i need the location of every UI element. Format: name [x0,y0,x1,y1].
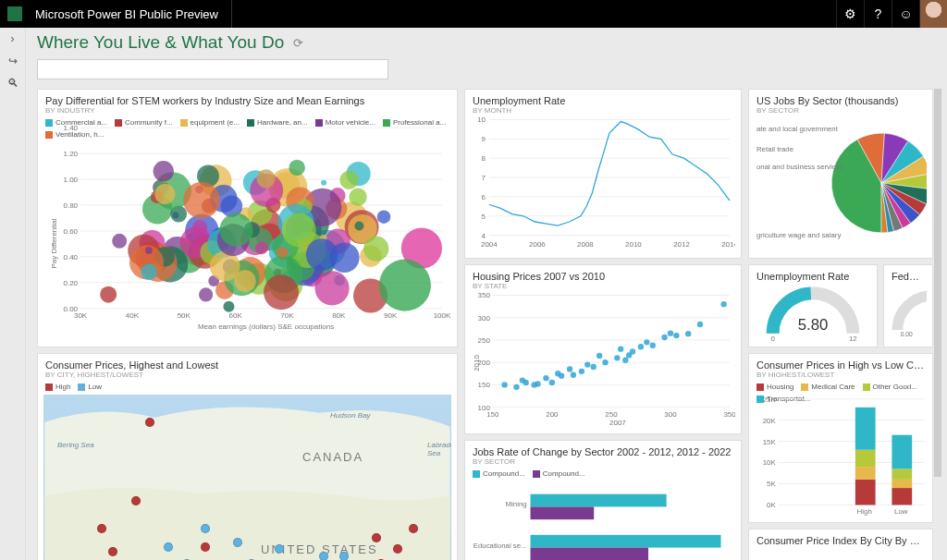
tile-title: Unemployment Rate [465,90,741,106]
svg-text:90K: 90K [384,311,398,320]
tile-pay-differential[interactable]: Pay Differential for STEM workers by Ind… [37,89,458,347]
svg-text:200: 200 [546,410,559,419]
svg-point-198 [602,359,608,365]
bar-chart: Mining Educational se... [471,480,735,560]
tile-housing-prices[interactable]: Housing Prices 2007 vs 2010 BY STATE 100… [464,264,742,434]
svg-text:2008: 2008 [577,240,594,249]
svg-point-211 [697,322,703,327]
gauge-value: 5.80 [798,316,829,334]
line-chart: 45678910 200420062008201020122014 [471,114,735,252]
nav-back-button[interactable]: ↪ [0,50,25,72]
smile-icon: ☺ [899,6,912,21]
legend-item: Housing [756,383,793,391]
settings-button[interactable]: ⚙ [836,0,864,28]
svg-point-132 [183,182,220,219]
dashboard-scrollbar[interactable] [934,89,941,560]
tile-us-jobs-by-sector[interactable]: US Jobs By Sector (thousands) BY SECTOR … [748,89,933,259]
svg-rect-236 [855,480,876,505]
svg-point-139 [379,260,431,311]
svg-point-188 [543,375,548,381]
tile-title: Consumer Price Index By City By Catagory [749,530,932,546]
tile-jobs-rate-change[interactable]: Jobs Rate of Change by Sector 2002 - 201… [464,440,742,560]
svg-text:50K: 50K [178,311,191,320]
svg-point-210 [685,331,691,336]
refresh-button[interactable]: ⟳ [293,36,303,50]
svg-point-201 [622,358,628,363]
svg-text:2010: 2010 [473,355,481,371]
legend-item: Low [78,383,102,391]
svg-rect-239 [855,408,876,450]
svg-text:2006: 2006 [529,240,546,249]
svg-text:2004: 2004 [481,240,498,249]
svg-point-106 [321,180,326,186]
legend-item: High [45,383,70,391]
search-icon: 🔍︎ [7,77,18,90]
svg-point-203 [630,348,635,354]
qa-search-input[interactable] [37,59,388,79]
tile-title: US Jobs By Sector (thousands) [749,90,932,106]
svg-point-140 [223,301,234,312]
svg-text:Mean earnings (dollars) S&E oc: Mean earnings (dollars) S&E occupations [198,323,334,331]
svg-text:250: 250 [478,336,491,345]
tile-cpi-high-low[interactable]: Consumer Prices in High vs Low Cities BY… [748,353,933,523]
svg-text:0.20: 0.20 [64,279,79,287]
page: Where You Live & What You Do ⟳ Pay Diffe… [26,28,947,560]
svg-text:100K: 100K [434,311,451,320]
tile-unemployment-gauge[interactable]: Unemployment Rate 5.80 0 12 [748,264,878,347]
svg-point-110 [199,287,213,301]
help-icon: ? [875,6,882,21]
svg-point-128 [154,184,175,204]
svg-text:40K: 40K [126,311,140,320]
svg-point-136 [100,286,117,303]
map-point-low [339,552,349,560]
svg-text:2014: 2014 [721,240,735,249]
svg-point-191 [559,373,564,379]
svg-point-195 [584,361,590,367]
svg-text:Mining: Mining [506,500,527,508]
svg-point-187 [535,381,540,386]
svg-point-192 [567,366,572,371]
nav-search-button[interactable]: 🔍︎ [0,72,25,94]
svg-point-120 [154,161,174,181]
scrollbar-thumb[interactable] [934,89,941,477]
svg-text:80K: 80K [332,311,346,320]
svg-rect-222 [531,535,721,548]
feedback-button[interactable]: ☺ [892,0,919,28]
legend-item: Other Good... [863,383,917,391]
tile-federal-funds[interactable]: Federal Fu 0.00 [883,264,933,347]
tile-cpi-by-city[interactable]: Consumer Price Index By City By Catagory [748,529,933,560]
legend-item: Medical Care [801,383,855,391]
svg-text:0.80: 0.80 [64,201,79,210]
svg-rect-241 [892,480,912,488]
legend: Compound...Compound... [465,469,741,478]
nav-expand-button[interactable]: › [0,28,25,50]
tile-title: Federal Fu [884,265,932,282]
svg-text:25K: 25K [763,396,777,404]
map-point-low [164,542,173,552]
user-avatar[interactable] [919,0,947,28]
tile-title: Pay Differential for STEM workers by Ind… [38,90,457,106]
tile-consumer-prices-map[interactable]: Consumer Prices, Highest and Lowest BY C… [37,353,458,560]
legend-item: Compound... [473,469,525,478]
svg-text:8: 8 [481,154,486,163]
svg-point-116 [141,263,157,280]
map-label: CANADA [302,450,363,464]
tile-unemployment-rate[interactable]: Unemployment Rate BY MONTH 45678910 2004… [464,89,742,259]
svg-text:150: 150 [478,381,491,389]
map: CANADAUNITED STATESBering SeaHudson BayL… [43,395,451,560]
gauge-chart: 0.00 [890,282,927,341]
svg-text:350: 350 [723,410,735,419]
svg-rect-220 [531,506,595,519]
svg-text:15K: 15K [763,438,777,446]
svg-point-197 [596,353,602,359]
svg-text:Retail trade: Retail trade [756,145,793,153]
map-label: Bering Sea [57,441,94,449]
svg-point-127 [264,274,299,310]
app-logo [2,1,28,27]
svg-point-108 [234,270,256,292]
tile-title: Housing Prices 2007 vs 2010 [465,265,741,282]
help-button[interactable]: ? [864,0,892,28]
svg-point-185 [523,380,529,385]
svg-text:300: 300 [478,314,491,323]
scatter-chart: 100150200250300350 150200250300350 2010 … [471,289,735,428]
